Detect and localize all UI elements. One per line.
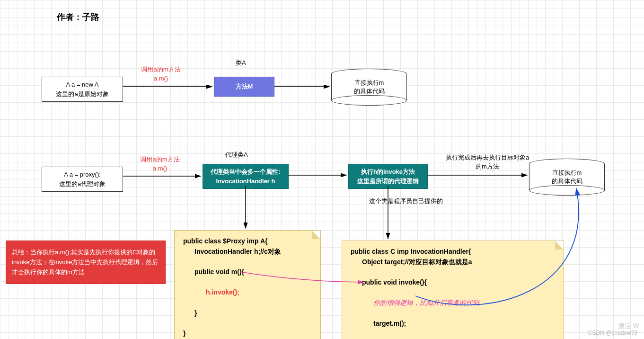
box-new-a: A a = new A 这里的a是原始对象 bbox=[42, 77, 123, 102]
proxy-attr-box: 代理类当中会多一个属性: InvocationHandler h bbox=[203, 164, 289, 189]
arrow-label-am-2: 调用a的m方法 a.m() bbox=[132, 155, 188, 173]
author-label: 作者：子路 bbox=[57, 11, 99, 23]
csdn-watermark: CSDN @shadow?3 bbox=[588, 330, 637, 336]
invoke-h-box: 执行h的invoke方法 这里是所谓的代理逻辑 bbox=[348, 164, 428, 189]
provided-class-label: 这个类是程序员自己提供的 bbox=[369, 197, 443, 206]
class-a-label: 类A bbox=[236, 59, 246, 68]
arrow-label-after-exec: 执行完成后再去执行目标对象a 的m方法 bbox=[440, 153, 535, 171]
summary-box: 总结：当你执行a.m();其实是先执行你提供的C对象的invoke方法；在inv… bbox=[6, 241, 166, 284]
note-proxy-class: public class $Proxy imp A{ InvocationHan… bbox=[174, 230, 321, 339]
box-new-a-l2: 这里的a是原始对象 bbox=[56, 90, 108, 98]
cylinder-exec-2: 直接执行m 的具体代码 bbox=[529, 164, 605, 190]
method-m-box: 方法M bbox=[214, 77, 274, 97]
box-new-a-l1: A a = new A bbox=[66, 81, 98, 88]
arrow-label-am-1: 调用a的m方法 a.m() bbox=[132, 65, 189, 83]
proxy-class-a-label: 代理类A bbox=[225, 151, 248, 160]
box-proxy-a: A a = proxy(); 这里的a代理对象 bbox=[42, 167, 123, 192]
note-c-class: public class C imp InvocationHandler{ Ob… bbox=[342, 241, 564, 339]
cylinder-exec-1: 直接执行m 的具体代码 bbox=[331, 74, 407, 100]
